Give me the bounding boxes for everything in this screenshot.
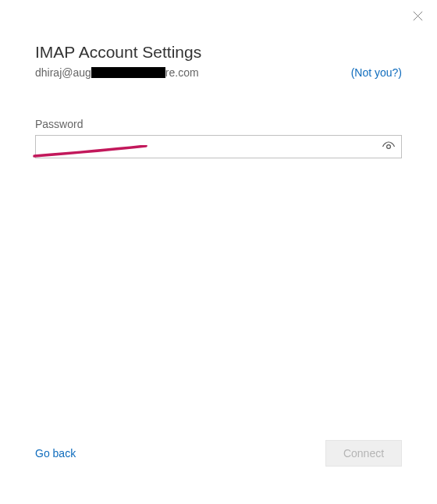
password-input[interactable] [35, 135, 402, 158]
email-address: dhiraj@augre.com [35, 66, 199, 79]
email-redacted [91, 67, 165, 78]
email-prefix: dhiraj@aug [35, 66, 91, 79]
close-icon [413, 11, 423, 21]
email-suffix: re.com [165, 66, 199, 79]
connect-button[interactable]: Connect [325, 440, 402, 467]
eye-icon [382, 140, 396, 154]
not-you-link[interactable]: (Not you?) [351, 66, 402, 79]
page-title: IMAP Account Settings [35, 43, 402, 62]
close-button[interactable] [410, 8, 425, 23]
password-label: Password [35, 118, 402, 130]
show-password-button[interactable] [382, 140, 396, 154]
password-field-wrapper [35, 135, 402, 158]
go-back-link[interactable]: Go back [35, 447, 76, 460]
svg-point-2 [387, 145, 391, 149]
